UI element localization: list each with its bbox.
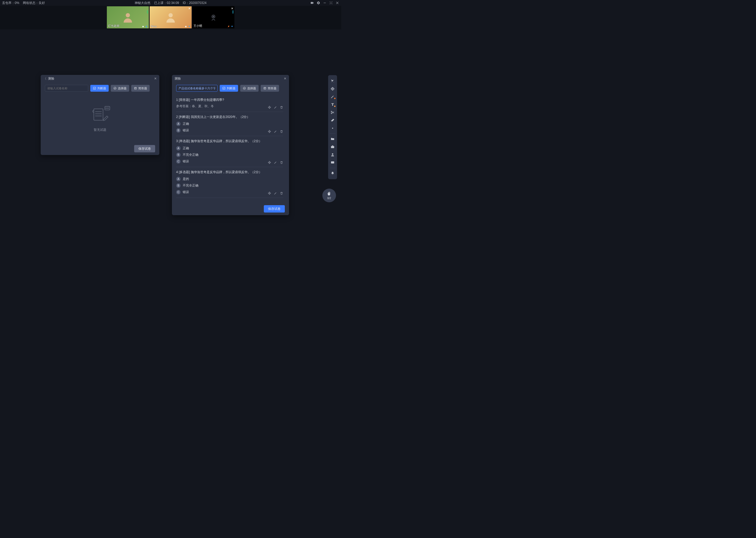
delete-icon[interactable] [280, 191, 283, 195]
question-actions [268, 130, 283, 133]
quiz-name-input[interactable] [176, 85, 217, 92]
question-title: 4 [多选题] 施华洛世奇是反华品牌，所以梁鼎琪反华。（2分） [176, 170, 283, 175]
video-close-icon[interactable]: ✕ [231, 7, 233, 10]
empty-text: 暂无试题 [94, 128, 106, 132]
svg-point-43 [333, 162, 333, 163]
move-tool-icon[interactable] [329, 85, 337, 92]
move-icon[interactable] [268, 106, 271, 109]
option-badge: B [176, 183, 181, 188]
add-short-answer-button[interactable]: 简答题 [261, 85, 279, 92]
close-icon[interactable] [336, 1, 339, 5]
add-judge-button[interactable]: 判断题 [90, 85, 109, 92]
video-tile-student-1[interactable]: ✕ Nina [150, 6, 192, 28]
cursor-tool-icon[interactable] [329, 77, 337, 84]
network-label: 网络状态： [23, 1, 39, 5]
option-badge: B [176, 128, 181, 133]
fullscreen-icon[interactable] [329, 1, 333, 5]
folder-icon[interactable] [329, 135, 337, 143]
settings-gear-icon[interactable] [316, 1, 320, 5]
raise-hand-button[interactable]: 0/2 [322, 188, 336, 202]
question-actions [268, 191, 283, 195]
signal-icon [142, 25, 144, 28]
question-option[interactable]: B错误 [176, 128, 283, 133]
svg-point-42 [332, 162, 333, 163]
mic-icon [188, 25, 191, 28]
delete-icon[interactable] [280, 106, 283, 109]
chat-icon[interactable] [329, 159, 337, 166]
video-tile-teacher[interactable]: 叮当老师 [107, 6, 149, 28]
add-short-answer-button[interactable]: 简答题 [131, 85, 150, 92]
move-icon[interactable] [268, 191, 271, 195]
text-tool-icon[interactable] [329, 101, 337, 108]
question-title: 1 [简答题] 一年四季分别是哪四季? [176, 97, 283, 102]
question-option[interactable]: B不完全正确 [176, 183, 283, 188]
eraser-tool-icon[interactable] [329, 117, 337, 124]
svg-point-32 [333, 80, 334, 80]
add-choice-button[interactable]: 选择题 [240, 85, 259, 92]
question-item: 3 [单选题] 施华洛世奇是反华品牌，所以梁鼎琪反华。（2分）A正确B不完全正确… [176, 136, 283, 167]
panel-close-icon[interactable]: ✕ [284, 77, 286, 81]
panel-title: 测验 [174, 77, 181, 81]
add-choice-button[interactable]: 选择题 [111, 85, 129, 92]
svg-rect-29 [264, 87, 266, 89]
signal-icon [185, 25, 187, 28]
svg-point-10 [213, 16, 214, 17]
edit-icon[interactable] [274, 130, 277, 133]
save-quiz-button[interactable]: 保存试卷 [134, 145, 155, 152]
user-icon[interactable] [329, 151, 337, 158]
quiz-name-input[interactable] [45, 85, 88, 92]
svg-point-41 [332, 162, 332, 163]
question-answer: 参考答案：春、夏、秋、冬 [176, 104, 283, 108]
video-name: 叮当老师 [108, 24, 119, 28]
save-quiz-button[interactable]: 保存试卷 [264, 205, 285, 213]
empty-illustration-icon [88, 105, 112, 125]
back-chevron-icon[interactable]: 〈 [43, 77, 46, 81]
camera-off-icon [209, 13, 218, 22]
question-list[interactable]: 1 [简答题] 一年四季分别是哪四季?参考答案：春、夏、秋、冬 2 [判断题] … [176, 95, 285, 202]
scissors-tool-icon[interactable] [329, 109, 337, 116]
edit-icon[interactable] [274, 106, 277, 109]
toolbox-icon[interactable] [329, 143, 337, 150]
question-item: 2 [判断题] 我国宪法上一次更新是在2020年。（2分）A正确B错误 [176, 112, 283, 136]
svg-point-7 [185, 26, 187, 27]
option-text: 正确 [183, 146, 189, 150]
option-text: 是的 [183, 177, 189, 181]
pen-tool-icon[interactable] [329, 93, 337, 100]
svg-rect-38 [331, 146, 334, 148]
video-close-icon[interactable]: ✕ [188, 7, 191, 10]
panel-close-icon[interactable]: ✕ [154, 77, 157, 81]
option-text: 错误 [183, 128, 189, 133]
svg-point-24 [106, 108, 106, 108]
video-strip: 叮当老师 ✕ Nina ✕ 王小明 [0, 6, 341, 29]
svg-point-39 [332, 153, 333, 155]
svg-point-34 [334, 82, 334, 82]
question-option[interactable]: A正确 [176, 122, 283, 126]
delete-icon[interactable] [280, 130, 283, 133]
window-top-bar: 丢包率：0% 网络状态：良好 神秘大自然 已上课：02:34:09 ID：202… [0, 0, 341, 6]
video-tile-student-2[interactable]: ✕ 王小明 [192, 6, 234, 28]
question-option[interactable]: B不完全正确 [176, 153, 283, 157]
camera-toggle-icon[interactable] [310, 1, 314, 5]
question-option[interactable]: A是的 [176, 177, 283, 181]
delete-icon[interactable] [280, 161, 283, 164]
question-option[interactable]: C错误 [176, 159, 283, 164]
edit-icon[interactable] [274, 191, 277, 195]
course-name: 神秘大自然 [135, 1, 150, 5]
add-judge-button[interactable]: 判断题 [220, 85, 238, 92]
edit-icon[interactable] [274, 161, 277, 164]
question-item: 1 [简答题] 一年四季分别是哪四季?参考答案：春、夏、秋、冬 [176, 95, 283, 112]
mic-icon [231, 25, 233, 28]
move-icon[interactable] [268, 161, 271, 164]
svg-point-4 [143, 26, 144, 27]
question-actions [268, 106, 283, 109]
question-option[interactable]: C错误 [176, 190, 283, 194]
bell-icon[interactable] [329, 170, 337, 177]
option-badge: A [176, 122, 181, 126]
option-badge: A [176, 177, 181, 181]
minimize-icon[interactable] [323, 1, 327, 5]
question-option[interactable]: A正确 [176, 146, 283, 150]
move-icon[interactable] [268, 130, 271, 133]
laser-tool-icon[interactable] [329, 125, 337, 132]
svg-point-25 [107, 108, 107, 108]
loss-rate-value: 0% [15, 1, 19, 5]
